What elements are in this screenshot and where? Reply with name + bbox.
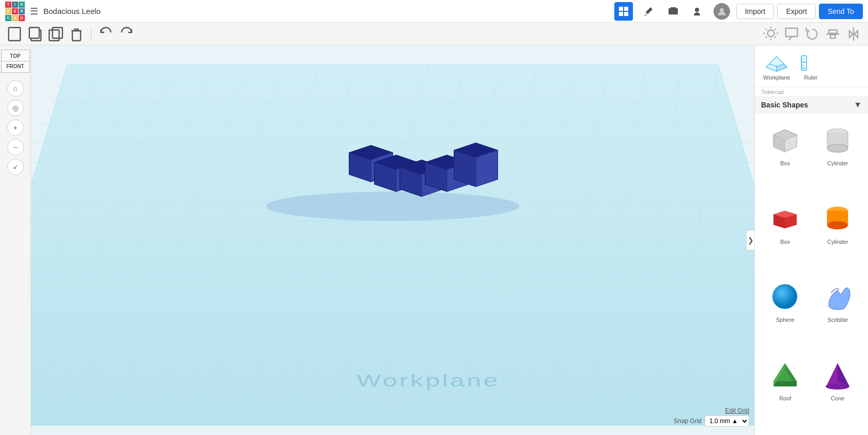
shape-box-red-label: Box xyxy=(780,239,790,245)
pickaxe-button[interactable] xyxy=(639,2,658,21)
shape-cone-purple[interactable]: Cone xyxy=(814,355,862,429)
zoom-in-nav-button[interactable]: + xyxy=(7,119,24,136)
logo-cell-d: D xyxy=(19,15,25,21)
light-button[interactable] xyxy=(763,26,779,42)
view-cube[interactable]: TOP FRONT xyxy=(1,50,30,73)
svg-point-13 xyxy=(768,30,774,37)
main-layout: TOP FRONT ⌂ ◎ + − ↙ xyxy=(0,45,868,435)
shape-roof-label: Roof xyxy=(779,395,791,401)
left-panel: TOP FRONT ⌂ ◎ + − ↙ xyxy=(0,45,31,435)
svg-rect-7 xyxy=(9,27,20,41)
align-button[interactable] xyxy=(825,26,841,42)
shape-cylinder-wire[interactable]: Cylinder xyxy=(814,120,862,194)
orbit-nav-button[interactable]: ◎ xyxy=(7,100,24,116)
duplicate-button[interactable] xyxy=(48,26,64,42)
svg-rect-10 xyxy=(49,30,59,41)
top-actions: Import Export Send To xyxy=(736,4,863,19)
copy-button[interactable] xyxy=(27,26,43,42)
comment-button[interactable] xyxy=(783,26,800,42)
svg-rect-9 xyxy=(29,27,39,38)
viewport[interactable]: Workplane Edit Grid Snap Grid 1.0 mm ▲ 0… xyxy=(31,45,754,435)
undo-button[interactable] xyxy=(98,26,114,42)
category-header[interactable]: Basic Shapes ▼ xyxy=(755,96,868,114)
svg-marker-18 xyxy=(849,30,853,37)
shape-box-red[interactable]: Box xyxy=(761,198,810,273)
shape-cone-purple-icon xyxy=(819,357,856,393)
svg-marker-108 xyxy=(773,381,797,386)
sidebar-toggle-button[interactable]: ❯ xyxy=(746,230,754,251)
delete-button[interactable] xyxy=(68,26,85,42)
shape-roof-green-icon xyxy=(767,357,803,393)
svg-point-105 xyxy=(772,284,797,309)
shape-box-wire-icon xyxy=(767,122,803,158)
redo-button[interactable] xyxy=(118,26,135,42)
svg-rect-16 xyxy=(830,35,835,38)
shape-roof-green[interactable]: Roof xyxy=(761,355,810,429)
add-user-button[interactable] xyxy=(689,2,707,21)
workplane-icon xyxy=(764,52,789,72)
svg-rect-0 xyxy=(619,7,623,11)
shape-scribble[interactable]: Scribble xyxy=(814,276,862,351)
category-dropdown-arrow[interactable]: ▼ xyxy=(854,100,862,110)
ruler-icon xyxy=(798,52,823,72)
svg-rect-15 xyxy=(829,30,837,33)
shape-scribble-label: Scribble xyxy=(827,317,848,323)
project-name[interactable]: Bodacious Leelo xyxy=(43,7,101,15)
shape-sphere-blue-icon xyxy=(767,278,803,315)
snap-grid-control: Snap Grid 1.0 mm ▲ 0.5 mm 0.1 mm 2.0 mm … xyxy=(674,415,749,427)
zoom-out-nav-button[interactable]: − xyxy=(7,139,24,156)
edit-grid-button[interactable]: Edit Grid xyxy=(725,407,749,414)
logo-cell-a: A xyxy=(12,15,18,21)
svg-point-5 xyxy=(695,8,699,12)
svg-point-93 xyxy=(827,144,848,152)
home-nav-button[interactable]: ⌂ xyxy=(7,80,24,97)
snap-grid-label: Snap Grid xyxy=(674,417,702,425)
grid-view-button[interactable] xyxy=(614,2,633,21)
logo-cell-r: R xyxy=(19,8,25,14)
new-button[interactable] xyxy=(6,26,23,42)
view-cube-front: FRONT xyxy=(2,61,29,72)
shape-box-wire[interactable]: Box xyxy=(761,120,810,194)
fit-nav-button[interactable]: ↙ xyxy=(7,159,24,175)
shape-cylinder-orange-label: Cylinder xyxy=(827,239,848,245)
top-bar-right: Import Export Send To xyxy=(614,2,863,21)
svg-rect-1 xyxy=(624,7,628,11)
workplane-tool-label: Workplane xyxy=(763,74,790,81)
view-cube-top: TOP xyxy=(2,50,29,61)
svg-marker-19 xyxy=(855,30,858,37)
export-button[interactable]: Export xyxy=(777,4,815,19)
shape-sphere-blue[interactable]: Sphere xyxy=(761,276,810,351)
snap-grid-select[interactable]: 1.0 mm ▲ 0.5 mm 0.1 mm 2.0 mm 5.0 mm xyxy=(705,415,749,427)
import-button[interactable]: Import xyxy=(736,4,774,19)
shape-cylinder-orange[interactable]: Cylinder xyxy=(814,198,862,273)
shape-sphere-label: Sphere xyxy=(776,317,794,323)
svg-point-57 xyxy=(266,192,519,221)
toolbar xyxy=(0,23,868,45)
toolbar-separator xyxy=(91,28,91,40)
logo-cell-e: E xyxy=(12,8,18,14)
menu-icon[interactable]: ☰ xyxy=(30,6,38,17)
send-to-button[interactable]: Send To xyxy=(819,4,863,19)
shape-cylinder-orange-icon xyxy=(819,200,856,237)
workplane-grid: Workplane xyxy=(31,45,754,435)
shape-box-wire-label: Box xyxy=(780,160,790,166)
logo-cell-c: C xyxy=(5,15,11,21)
ruler-tool[interactable]: Ruler xyxy=(798,52,823,81)
workplane-tool[interactable]: Workplane xyxy=(763,52,790,81)
svg-rect-12 xyxy=(72,30,81,40)
svg-point-112 xyxy=(826,383,849,390)
tinkercad-logo: T I N K E R C A D xyxy=(5,2,25,21)
top-bar-left: T I N K E R C A D ☰ Bodacious Leelo xyxy=(5,2,101,21)
category-provider: Tinkercad xyxy=(755,87,868,96)
profile-avatar[interactable] xyxy=(714,3,730,20)
mirror-button[interactable] xyxy=(845,26,862,42)
toolbar-right xyxy=(763,26,862,42)
svg-rect-2 xyxy=(619,12,623,16)
gallery-button[interactable] xyxy=(664,2,683,21)
svg-rect-3 xyxy=(624,12,628,16)
rotate-button[interactable] xyxy=(804,26,820,42)
logo-cell-t: T xyxy=(5,2,11,8)
right-panel: Workplane Ruler Tinkercad Basic Shapes xyxy=(754,45,868,435)
shape-cylinder-wire-icon xyxy=(819,122,856,158)
shapes-grid: Box Cylinder xyxy=(755,114,868,435)
